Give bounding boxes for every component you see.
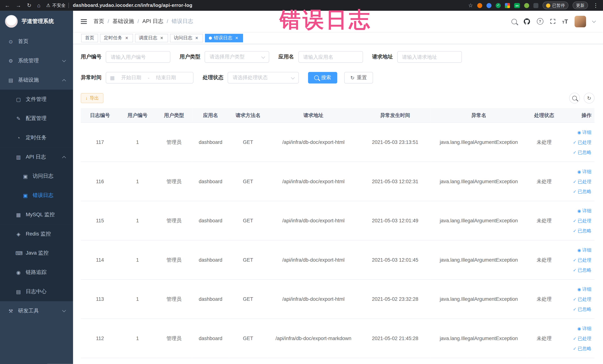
cell-status: 未处理 (527, 201, 561, 240)
sidebar-item-api-log[interactable]: ▥ API 日志 (0, 147, 73, 167)
cell-log-id: 115 (81, 201, 119, 240)
ignored-link[interactable]: ✓ 已忽略 (563, 304, 591, 314)
github-icon[interactable] (523, 18, 530, 25)
processed-link[interactable]: ✓ 已处理 (563, 294, 591, 304)
sidebar-item-log-center[interactable]: ▤ 日志中心 (0, 282, 73, 301)
ignored-link-label: 已忽略 (578, 343, 591, 353)
tab-home[interactable]: 首页 (81, 34, 98, 42)
search-icon[interactable] (511, 19, 517, 24)
processed-link[interactable]: ✓ 已处理 (563, 176, 591, 186)
sidebar-item-java-monitor[interactable]: ⌨ Java 监控 (0, 244, 73, 263)
user-type-select[interactable]: 请选择用户类型 (205, 51, 269, 63)
extension-icon[interactable] (505, 3, 510, 8)
processed-link[interactable]: ✓ 已处理 (563, 255, 591, 265)
exception-time-range[interactable]: ▦ 开始日期 - 结束日期 (106, 72, 194, 83)
ignored-link[interactable]: ✓ 已忽略 (563, 265, 591, 275)
tab-scheduled-task[interactable]: 定时任务 × (100, 34, 133, 42)
ignored-link[interactable]: ✓ 已忽略 (563, 343, 591, 353)
refresh-icon: ↻ (587, 95, 591, 101)
breadcrumb-item[interactable]: API 日志 (142, 18, 163, 25)
extension-icon[interactable]: on (514, 3, 520, 8)
breadcrumb-item[interactable]: 基础设施 (113, 18, 134, 25)
font-size-icon[interactable]: TT (562, 18, 568, 25)
chevron-up-icon (62, 79, 66, 83)
close-icon[interactable]: × (194, 35, 199, 40)
address-url[interactable]: dashboard.yudao.iocoder.cn/infra/log/api… (73, 3, 192, 8)
sidebar-item-system-manage[interactable]: ⚙ 系统管理 (0, 51, 73, 70)
sidebar-item-redis-monitor[interactable]: ◈ Redis 监控 (0, 224, 73, 244)
column-header: 用户编号 (119, 108, 156, 123)
home-icon[interactable]: ⌂ (37, 2, 41, 8)
tab-access-log[interactable]: 访问日志 × (170, 34, 203, 42)
ignored-link[interactable]: ✓ 已忽略 (563, 186, 591, 196)
tab-schedule-log[interactable]: 调度日志 × (135, 34, 168, 42)
search-icon (314, 75, 319, 80)
reload-icon[interactable]: ↻ (27, 2, 31, 8)
cell-time: 2021-05-03 12:02:31 (359, 162, 431, 201)
user-avatar[interactable] (574, 16, 586, 27)
detail-link-label: 详细 (582, 127, 591, 137)
security-warning-icon[interactable]: ⚠ (46, 3, 50, 8)
dashboard-icon: ⊙ (8, 39, 14, 44)
close-icon[interactable]: × (159, 35, 164, 40)
help-icon[interactable]: ? (537, 18, 543, 25)
sidebar-item-access-log[interactable]: ▣ 访问日志 (0, 166, 73, 186)
extension-icon[interactable]: ✓ (496, 3, 501, 8)
filter-row-1: 用户编号 用户类型 请选择用户类型 应用名 (81, 51, 595, 63)
extension-icon[interactable] (487, 3, 491, 8)
process-status-select[interactable]: 请选择处理状态 (228, 72, 299, 83)
sidebar-item-dev-tools[interactable]: ⚒ 研发工具 (0, 301, 73, 320)
cell-user-type: 管理员 (156, 123, 192, 162)
detail-link[interactable]: ◉ 详细 (563, 166, 591, 176)
refresh-button[interactable]: ↻ (584, 93, 594, 104)
processed-link[interactable]: ✓ 已处理 (563, 216, 591, 226)
chevron-down-icon[interactable] (592, 19, 596, 23)
sidebar-item-scheduled-task[interactable]: ◔ 定时任务 (0, 128, 73, 147)
check-icon: ✓ (573, 265, 577, 275)
toggle-search-button[interactable] (569, 93, 580, 104)
app-logo-row[interactable]: 芋道管理系统 (0, 11, 73, 32)
extension-icon[interactable] (533, 3, 538, 8)
search-button[interactable]: 搜索 (308, 72, 337, 83)
close-icon[interactable]: × (234, 35, 239, 40)
back-icon[interactable]: ← (5, 2, 10, 8)
extension-icon[interactable] (524, 3, 529, 8)
request-url-input[interactable] (397, 51, 462, 63)
app-name-input[interactable] (298, 51, 363, 63)
bookmark-star-icon[interactable]: ☆ (468, 2, 473, 8)
sidebar-item-file-manage[interactable]: ▢ 文件管理 (0, 90, 73, 109)
eye-icon: ◉ (577, 127, 581, 137)
sidebar-item-label: 系统管理 (18, 57, 39, 64)
sidebar-item-home[interactable]: ⊙ 首页 (0, 32, 73, 51)
sidebar-item-config-manage[interactable]: ✎ 配置管理 (0, 109, 73, 128)
security-label[interactable]: 不安全 (52, 2, 66, 8)
reset-button[interactable]: ↻ 重置 (344, 72, 373, 83)
detail-link[interactable]: ◉ 详细 (563, 245, 591, 255)
ignored-link[interactable]: ✓ 已忽略 (563, 147, 591, 157)
paused-badge[interactable]: 已暂停 (543, 1, 568, 9)
ignored-link[interactable]: ✓ 已忽略 (563, 226, 591, 236)
update-button[interactable]: 更新 (573, 1, 588, 9)
processed-link[interactable]: ✓ 已处理 (563, 137, 591, 147)
extension-icon[interactable] (477, 3, 482, 8)
sidebar-item-infrastructure[interactable]: ▤ 基础设施 (0, 70, 73, 90)
update-button-label: 更新 (576, 2, 585, 8)
close-icon[interactable]: × (124, 35, 129, 40)
browser-menu-icon[interactable]: ⋮ (593, 2, 598, 8)
detail-link[interactable]: ◉ 详细 (563, 284, 591, 294)
cell-method: GET (229, 162, 267, 201)
fullscreen-icon[interactable] (550, 19, 556, 24)
detail-link[interactable]: ◉ 详细 (563, 206, 591, 216)
breadcrumb-item[interactable]: 首页 (93, 18, 104, 25)
tab-error-log[interactable]: 错误日志 × (205, 34, 243, 42)
detail-link[interactable]: ◉ 详细 (563, 127, 591, 137)
detail-link[interactable]: ◉ 详细 (563, 323, 591, 333)
sidebar-item-mysql-monitor[interactable]: ▦ MySQL 监控 (0, 205, 73, 224)
user-id-input[interactable] (106, 51, 171, 63)
export-button[interactable]: ↓ 导出 (81, 93, 104, 103)
processed-link[interactable]: ✓ 已处理 (563, 333, 591, 343)
sidebar-item-error-log[interactable]: ▣ 错误日志 (0, 186, 73, 205)
sidebar-toggle-icon[interactable] (81, 19, 87, 24)
sidebar-item-trace[interactable]: ◉ 链路追踪 (0, 263, 73, 282)
forward-icon[interactable]: → (16, 2, 21, 8)
